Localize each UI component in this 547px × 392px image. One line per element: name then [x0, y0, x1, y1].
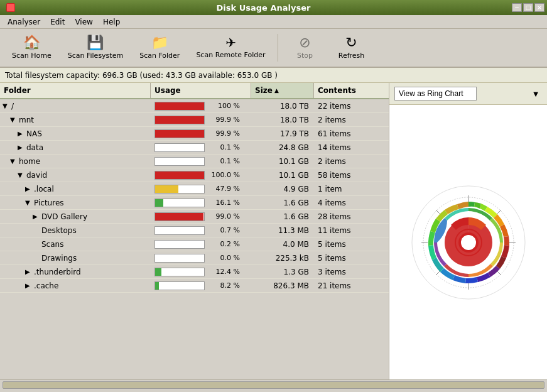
svg-line-12	[436, 210, 440, 214]
minimize-button[interactable]: −	[512, 3, 522, 12]
folder-icon: 📁	[151, 36, 168, 50]
usage-bar-fill	[155, 282, 159, 290]
tree-arrow-icon[interactable]: ▶	[25, 185, 33, 193]
table-row[interactable]: ▶.local47.9 %4.9 GB1 item	[0, 182, 389, 196]
folder-name: .thunderbird	[34, 268, 81, 276]
cell-usage: 99.9 %	[151, 128, 251, 139]
tree-arrow-icon[interactable]: ▶	[25, 282, 33, 290]
window-title: Disk Usage Analyser	[15, 3, 512, 13]
filesystem-icon: 💾	[87, 36, 104, 50]
scan-filesystem-label: Scan Filesystem	[68, 52, 123, 60]
cell-usage: 47.9 %	[151, 183, 251, 195]
view-as-select[interactable]: View as Ring Chart View as Treemap	[394, 87, 477, 101]
cell-usage: 0.7 %	[151, 225, 251, 236]
folder-name: Scans	[41, 240, 63, 249]
tree-arrow-icon[interactable]: ▶	[33, 213, 40, 220]
folder-name: NAS	[26, 129, 42, 138]
table-row[interactable]: ▼/100 %18.0 TB22 items	[0, 99, 389, 113]
usage-bar-fill	[155, 185, 178, 193]
tree-arrow-icon[interactable]: ▼	[10, 116, 18, 124]
usage-percent: 0.1 %	[207, 143, 240, 151]
title-bar: Disk Usage Analyser − □ ×	[0, 0, 547, 15]
folder-name: data	[26, 143, 43, 152]
toolbar: 🏠 Scan Home 💾 Scan Filesystem 📁 Scan Fol…	[0, 29, 547, 68]
view-select-wrapper: View as Ring Chart View as Treemap ▼	[394, 87, 542, 101]
cell-usage: 0.1 %	[151, 142, 251, 153]
table-row[interactable]: ▼david100.0 %10.1 GB58 items	[0, 168, 389, 182]
table-row[interactable]: Drawings0.0 %225.3 kB5 items	[0, 251, 389, 265]
tree-arrow-icon[interactable]: ▶	[25, 268, 33, 276]
tree-arrow-icon[interactable]: ▶	[18, 130, 25, 138]
refresh-button[interactable]: ↻ Refresh	[330, 33, 374, 63]
close-button[interactable]	[6, 3, 15, 12]
table-row[interactable]: Desktops0.7 %11.3 MB11 items	[0, 224, 389, 237]
horizontal-scrollbar[interactable]	[3, 381, 544, 389]
menu-view[interactable]: View	[70, 16, 97, 28]
scan-folder-label: Scan Folder	[139, 52, 180, 60]
col-header-usage[interactable]: Usage	[151, 83, 251, 98]
usage-percent: 12.4 %	[207, 268, 240, 276]
folder-name: mnt	[19, 116, 34, 124]
status-text: Total filesystem capacity: 696.3 GB (use…	[5, 71, 278, 80]
tree-arrow-icon[interactable]: ▼	[10, 158, 18, 165]
usage-bar-container	[154, 102, 205, 111]
tree-arrow-icon[interactable]: ▼	[18, 172, 25, 179]
scan-folder-button[interactable]: 📁 Scan Folder	[133, 33, 187, 63]
table-row[interactable]: ▶.thunderbird12.4 %1.3 GB3 items	[0, 265, 389, 279]
refresh-label: Refresh	[338, 52, 365, 60]
cell-contents: 11 items	[314, 225, 389, 236]
menu-edit[interactable]: Edit	[45, 16, 70, 28]
svg-point-13	[461, 235, 476, 250]
folder-name: Desktops	[41, 226, 77, 235]
usage-bar-fill	[155, 172, 204, 179]
cell-folder: ▶data	[0, 142, 151, 153]
col-header-folder[interactable]: Folder	[0, 83, 151, 98]
usage-bar-container	[154, 143, 205, 152]
cell-size: 10.1 GB	[251, 170, 314, 181]
table-body: ▼/100 %18.0 TB22 items▼mnt99.9 %18.0 TB2…	[0, 99, 389, 379]
table-row[interactable]: ▼mnt99.9 %18.0 TB2 items	[0, 113, 389, 127]
cell-contents: 4 items	[314, 197, 389, 209]
table-row[interactable]: ▼Pictures16.1 %1.6 GB4 items	[0, 196, 389, 210]
menu-help[interactable]: Help	[98, 16, 125, 28]
table-row[interactable]: ▶.cache8.2 %826.3 MB21 items	[0, 279, 389, 293]
scan-home-button[interactable]: 🏠 Scan Home	[5, 33, 58, 63]
svg-line-6	[497, 210, 501, 214]
cell-folder: ▼mnt	[0, 114, 151, 126]
table-row[interactable]: ▼home0.1 %10.1 GB2 items	[0, 155, 389, 168]
cell-size: 24.8 GB	[251, 142, 314, 153]
scan-remote-label: Scan Remote Folder	[196, 51, 265, 59]
col-header-contents[interactable]: Contents	[314, 83, 389, 98]
cell-usage: 99.9 %	[151, 114, 251, 126]
usage-bar-container	[154, 129, 205, 138]
usage-bar-container	[154, 268, 205, 276]
scan-filesystem-button[interactable]: 💾 Scan Filesystem	[61, 33, 130, 63]
table-row[interactable]: ▶NAS99.9 %17.9 TB61 items	[0, 127, 389, 141]
cell-usage: 16.1 %	[151, 197, 251, 209]
tree-arrow-icon[interactable]: ▼	[3, 102, 10, 110]
folder-name: david	[26, 171, 47, 180]
table-header: Folder Usage Size ▲ Contents	[0, 83, 389, 99]
maximize-button[interactable]: □	[523, 3, 533, 12]
col-header-size[interactable]: Size ▲	[251, 83, 314, 98]
usage-bar-container	[154, 116, 205, 124]
remote-icon: ✈	[225, 36, 236, 49]
cell-contents: 21 items	[314, 280, 389, 291]
select-arrow-icon: ▼	[533, 90, 538, 97]
close-button-right[interactable]: ×	[534, 3, 544, 12]
cell-size: 1.6 GB	[251, 197, 314, 209]
table-row[interactable]: Scans0.2 %4.0 MB5 items	[0, 237, 389, 251]
cell-contents: 61 items	[314, 128, 389, 139]
scan-remote-button[interactable]: ✈ Scan Remote Folder	[189, 33, 272, 62]
cell-folder: ▼Pictures	[0, 197, 151, 209]
tree-arrow-icon[interactable]: ▶	[18, 144, 25, 151]
folder-name: home	[19, 157, 40, 166]
table-row[interactable]: ▶data0.1 %24.8 GB14 items	[0, 141, 389, 155]
cell-usage: 0.1 %	[151, 156, 251, 167]
refresh-icon: ↻	[345, 36, 357, 50]
table-row[interactable]: ▶DVD Gallery99.0 %1.6 GB28 items	[0, 210, 389, 224]
usage-bar-container	[154, 185, 205, 193]
menu-analyser[interactable]: Analyser	[3, 16, 45, 28]
tree-arrow-icon[interactable]: ▼	[25, 199, 33, 207]
stop-button[interactable]: ⊘ Stop	[283, 33, 327, 63]
